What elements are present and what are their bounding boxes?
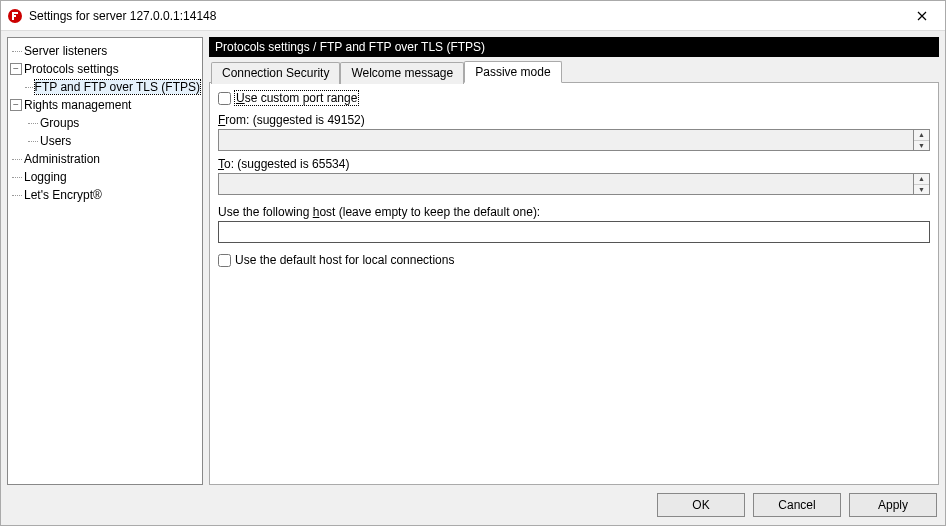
to-port-spinbox: ▲ ▼: [218, 173, 930, 195]
to-label: To: (suggested is 65534): [218, 157, 930, 171]
tree-item-server-listeners[interactable]: Server listeners: [10, 42, 200, 60]
use-custom-port-range-checkbox[interactable]: [218, 92, 231, 105]
tree-item-ftp-ftps[interactable]: FTP and FTP over TLS (FTPS): [10, 78, 200, 96]
cancel-button[interactable]: Cancel: [753, 493, 841, 517]
host-input[interactable]: [218, 221, 930, 243]
close-button[interactable]: [899, 1, 945, 31]
from-port-spinbox: ▲ ▼: [218, 129, 930, 151]
tree-label: Protocols settings: [24, 62, 119, 76]
tree-item-administration[interactable]: Administration: [10, 150, 200, 168]
tree-item-protocols-settings[interactable]: −Protocols settings: [10, 60, 200, 78]
app-icon: [7, 8, 23, 24]
settings-window: Settings for server 127.0.0.1:14148 Serv…: [0, 0, 946, 526]
nav-tree[interactable]: Server listeners−Protocols settingsFTP a…: [7, 37, 203, 485]
breadcrumb: Protocols settings / FTP and FTP over TL…: [209, 37, 939, 57]
to-port-input[interactable]: [218, 173, 914, 195]
tab-bar: Connection SecurityWelcome messagePassiv…: [209, 61, 939, 83]
tree-item-users[interactable]: Users: [10, 132, 200, 150]
ok-button[interactable]: OK: [657, 493, 745, 517]
tree-toggle-rights-management[interactable]: −: [10, 99, 22, 111]
from-label: From: (suggested is 49152): [218, 113, 930, 127]
main-panel: Protocols settings / FTP and FTP over TL…: [209, 37, 939, 485]
default-host-label: Use the default host for local connectio…: [235, 253, 454, 267]
to-spin-down[interactable]: ▼: [914, 185, 929, 195]
svg-rect-3: [12, 12, 14, 20]
dialog-buttons: OK Cancel Apply: [1, 485, 945, 525]
apply-button[interactable]: Apply: [849, 493, 937, 517]
to-spin-up[interactable]: ▲: [914, 174, 929, 185]
tree-label: Logging: [24, 170, 67, 184]
tree-item-groups[interactable]: Groups: [10, 114, 200, 132]
tree-item-lets-encrypt[interactable]: Let's Encrypt®: [10, 186, 200, 204]
tree-label: Let's Encrypt®: [24, 188, 102, 202]
use-custom-port-range-label: Use custom port range: [235, 91, 358, 105]
tab-welcome[interactable]: Welcome message: [340, 62, 464, 84]
default-host-checkbox[interactable]: [218, 254, 231, 267]
tree-label: Groups: [40, 116, 79, 130]
from-spin-up[interactable]: ▲: [914, 130, 929, 141]
tree-item-logging[interactable]: Logging: [10, 168, 200, 186]
tree-label: Users: [40, 134, 71, 148]
tree-label: Rights management: [24, 98, 131, 112]
content-area: Server listeners−Protocols settingsFTP a…: [1, 31, 945, 485]
window-title: Settings for server 127.0.0.1:14148: [29, 9, 899, 23]
from-port-input[interactable]: [218, 129, 914, 151]
tree-label: FTP and FTP over TLS (FTPS): [35, 80, 200, 94]
from-spin-down[interactable]: ▼: [914, 141, 929, 151]
use-custom-port-range-row: Use custom port range: [218, 89, 930, 107]
tab-conn-sec[interactable]: Connection Security: [211, 62, 340, 84]
tab-passive[interactable]: Passive mode: [464, 61, 561, 83]
tab-panel-passive: Use custom port range From: (suggested i…: [209, 83, 939, 485]
host-label: Use the following host (leave empty to k…: [218, 205, 930, 219]
tree-item-rights-management[interactable]: −Rights management: [10, 96, 200, 114]
tree-label: Administration: [24, 152, 100, 166]
titlebar: Settings for server 127.0.0.1:14148: [1, 1, 945, 31]
tree-toggle-protocols-settings[interactable]: −: [10, 63, 22, 75]
default-host-row: Use the default host for local connectio…: [218, 251, 930, 269]
tree-label: Server listeners: [24, 44, 107, 58]
